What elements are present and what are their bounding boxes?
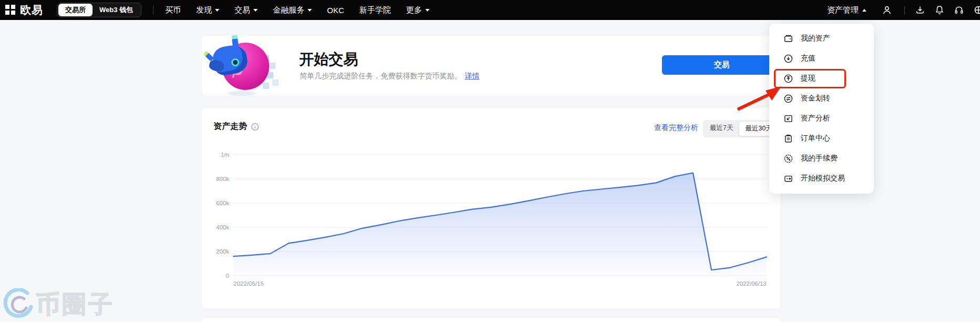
svg-text:0: 0 xyxy=(226,273,229,279)
topbar-right-cluster: 资产管理 xyxy=(827,5,980,15)
svg-text:800k: 800k xyxy=(216,176,229,182)
fee-icon xyxy=(783,154,793,164)
okx-logo-icon xyxy=(5,5,16,15)
topbar-right-divider xyxy=(904,6,905,14)
nav-okc[interactable]: OKC xyxy=(327,6,344,15)
orders-icon xyxy=(783,134,793,144)
mascot-illustration: ฿ xyxy=(210,37,279,96)
nav-financial-services[interactable]: 金融服务 xyxy=(273,5,312,15)
brand-name: 欧易 xyxy=(20,3,43,17)
okx-logo[interactable]: 欧易 xyxy=(5,3,43,17)
menu-item-transfer[interactable]: 资金划转 xyxy=(769,88,874,108)
svg-text:2022/06/13: 2022/06/13 xyxy=(736,280,767,287)
chevron-down-icon xyxy=(308,9,312,12)
chevron-down-icon xyxy=(215,9,219,12)
page: 欧易 交易所 Web3 钱包 买币 发现 交易 金融服务 OKC 新手学院 更多… xyxy=(0,0,980,322)
assets-dropdown-menu: 我的资产 充值 提现 资金划转 资产分析 xyxy=(769,24,874,194)
nav-buy-crypto[interactable]: 买币 xyxy=(165,5,181,15)
start-trading-banner: ฿ 开始交易 简单几步完成进阶任务，免费获得数字货币奖励。详情 交易 xyxy=(201,35,781,96)
analysis-icon xyxy=(783,114,793,124)
chevron-down-icon xyxy=(253,9,258,12)
nav-trade[interactable]: 交易 xyxy=(234,5,258,15)
banner-subtitle: 简单几步完成进阶任务，免费获得数字货币奖励。详情 xyxy=(300,72,479,81)
deposit-icon xyxy=(783,54,793,64)
nav-discover[interactable]: 发现 xyxy=(196,5,219,15)
user-icon[interactable] xyxy=(882,5,892,15)
topbar-divider xyxy=(153,6,154,14)
menu-item-my-assets[interactable]: 我的资产 xyxy=(769,28,874,48)
banner-title: 开始交易 xyxy=(299,49,358,69)
headset-icon[interactable] xyxy=(954,5,964,15)
svg-text:600k: 600k xyxy=(216,200,229,206)
bell-icon[interactable] xyxy=(934,5,945,15)
watermark: 币圈子 xyxy=(3,288,115,321)
details-link[interactable]: 详情 xyxy=(465,72,479,80)
menu-item-demo-trading[interactable]: 开始模拟交易 xyxy=(769,168,874,188)
svg-text:200k: 200k xyxy=(216,248,229,255)
menu-item-withdraw[interactable]: 提现 xyxy=(769,68,874,88)
wallet-icon xyxy=(783,34,793,44)
tab-exchange[interactable]: 交易所 xyxy=(58,4,93,16)
svg-text:2022/05/15: 2022/05/15 xyxy=(233,280,264,287)
assets-menu-trigger[interactable]: 资产管理 xyxy=(827,5,866,15)
chevron-up-icon xyxy=(862,9,866,12)
demo-icon xyxy=(783,174,793,184)
menu-item-order-center[interactable]: 订单中心 xyxy=(769,128,874,148)
withdraw-icon xyxy=(783,74,793,84)
watermark-logo-icon xyxy=(3,288,36,321)
globe-icon[interactable] xyxy=(973,5,980,15)
nav-more[interactable]: 更多 xyxy=(406,5,430,15)
trade-button[interactable]: 交易 xyxy=(662,55,782,75)
next-section-card xyxy=(201,317,781,322)
asset-trend-chart: 0200k400k600k800k1m2022/05/152022/06/13 xyxy=(202,107,782,310)
watermark-text: 币圈子 xyxy=(36,288,115,321)
exchange-wallet-switch: 交易所 Web3 钱包 xyxy=(57,3,141,17)
chevron-down-icon xyxy=(425,9,430,12)
svg-text:400k: 400k xyxy=(216,224,229,230)
top-navigation-bar: 欧易 交易所 Web3 钱包 买币 发现 交易 金融服务 OKC 新手学院 更多… xyxy=(0,0,980,20)
transfer-icon xyxy=(783,94,793,104)
main-nav: 买币 发现 交易 金融服务 OKC 新手学院 更多 xyxy=(165,5,430,15)
svg-text:1m: 1m xyxy=(221,152,229,158)
menu-item-asset-analysis[interactable]: 资产分析 xyxy=(769,108,874,128)
menu-item-deposit[interactable]: 充值 xyxy=(769,48,874,68)
nav-academy[interactable]: 新手学院 xyxy=(360,5,391,15)
tab-web3-wallet[interactable]: Web3 钱包 xyxy=(93,4,140,16)
asset-trend-card: 资产走势 查看完整分析 最近7天 最近30天 0200k400k600k800k… xyxy=(201,107,781,309)
menu-item-my-fees[interactable]: 我的手续费 xyxy=(769,148,874,168)
download-icon[interactable] xyxy=(915,5,925,15)
